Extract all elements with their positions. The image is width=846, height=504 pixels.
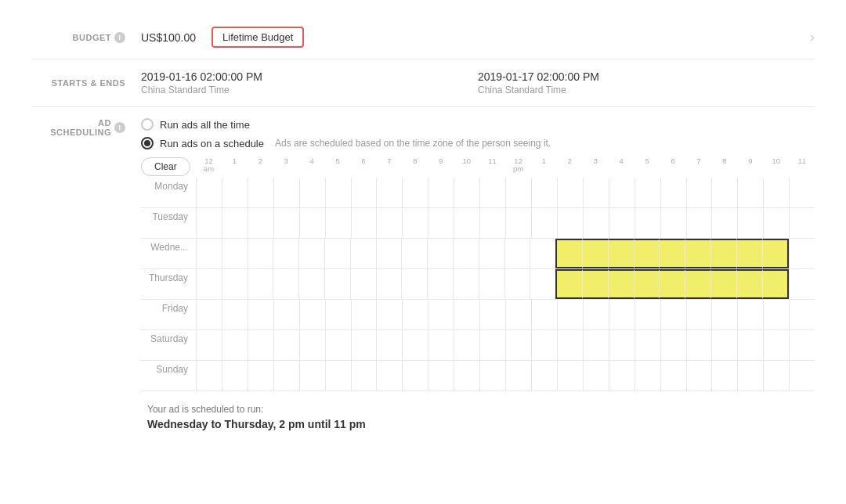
cell-thursday-12[interactable]: [504, 269, 530, 299]
cell-wedne...-12[interactable]: [504, 239, 530, 268]
cell-saturday-6[interactable]: [351, 330, 377, 360]
cell-tuesday-18[interactable]: [660, 208, 686, 238]
cell-wedne...-3[interactable]: [273, 239, 298, 268]
cell-saturday-16[interactable]: [609, 330, 634, 360]
cell-monday-12[interactable]: [505, 178, 531, 207]
cell-friday-18[interactable]: [660, 300, 686, 329]
cell-thursday-14[interactable]: [555, 269, 582, 299]
cell-wedne...-22[interactable]: [762, 239, 790, 268]
cell-tuesday-17[interactable]: [634, 208, 660, 238]
cell-saturday-7[interactable]: [376, 330, 402, 360]
cell-thursday-13[interactable]: [530, 269, 555, 299]
cell-monday-7[interactable]: [376, 178, 402, 207]
cell-tuesday-4[interactable]: [299, 208, 325, 238]
cell-friday-0[interactable]: [196, 300, 222, 329]
cell-wedne...-19[interactable]: [685, 239, 710, 268]
cell-sunday-1[interactable]: [222, 361, 248, 391]
budget-chevron[interactable]: ›: [810, 29, 815, 45]
cell-monday-16[interactable]: [609, 178, 634, 207]
lifetime-budget-badge[interactable]: Lifetime Budget: [212, 27, 304, 48]
cell-saturday-13[interactable]: [531, 330, 557, 360]
cell-wedne...-20[interactable]: [710, 239, 736, 268]
cell-saturday-23[interactable]: [789, 330, 815, 360]
cell-friday-3[interactable]: [273, 300, 299, 329]
cell-saturday-22[interactable]: [763, 330, 789, 360]
cell-saturday-8[interactable]: [402, 330, 428, 360]
cell-thursday-3[interactable]: [273, 269, 298, 299]
cell-wedne...-13[interactable]: [530, 239, 555, 268]
cell-thursday-17[interactable]: [634, 269, 660, 299]
cell-saturday-14[interactable]: [557, 330, 583, 360]
cell-tuesday-11[interactable]: [479, 208, 505, 238]
cell-friday-20[interactable]: [711, 300, 737, 329]
cell-friday-11[interactable]: [479, 300, 505, 329]
cell-sunday-4[interactable]: [299, 361, 325, 391]
cell-wedne...-17[interactable]: [634, 239, 660, 268]
cell-thursday-8[interactable]: [401, 269, 427, 299]
cell-sunday-18[interactable]: [660, 361, 686, 391]
radio-all-time[interactable]: [141, 118, 154, 131]
cell-wedne...-6[interactable]: [350, 239, 376, 268]
cell-monday-17[interactable]: [634, 178, 660, 207]
cell-sunday-23[interactable]: [789, 361, 815, 391]
cell-saturday-20[interactable]: [711, 330, 737, 360]
cell-monday-21[interactable]: [737, 178, 763, 207]
cell-friday-17[interactable]: [634, 300, 660, 329]
cell-thursday-10[interactable]: [453, 269, 479, 299]
cell-friday-2[interactable]: [248, 300, 273, 329]
cell-saturday-21[interactable]: [737, 330, 763, 360]
cell-tuesday-20[interactable]: [711, 208, 737, 238]
cell-sunday-5[interactable]: [325, 361, 351, 391]
cell-sunday-11[interactable]: [479, 361, 505, 391]
cell-tuesday-3[interactable]: [273, 208, 299, 238]
cell-sunday-16[interactable]: [609, 361, 634, 391]
cell-wedne...-15[interactable]: [582, 239, 608, 268]
cell-thursday-21[interactable]: [736, 269, 762, 299]
cell-tuesday-2[interactable]: [248, 208, 273, 238]
cell-wedne...-23[interactable]: [789, 239, 815, 268]
cell-monday-2[interactable]: [248, 178, 273, 207]
cell-saturday-18[interactable]: [660, 330, 686, 360]
cell-friday-9[interactable]: [428, 300, 454, 329]
cell-thursday-20[interactable]: [710, 269, 736, 299]
cell-thursday-15[interactable]: [582, 269, 608, 299]
radio-option-all-time[interactable]: Run ads all the time: [141, 118, 815, 131]
cell-monday-18[interactable]: [660, 178, 686, 207]
cell-wedne...-1[interactable]: [222, 239, 248, 268]
cell-thursday-11[interactable]: [479, 269, 504, 299]
cell-saturday-4[interactable]: [299, 330, 325, 360]
cell-monday-6[interactable]: [351, 178, 377, 207]
cell-tuesday-0[interactable]: [196, 208, 222, 238]
cell-sunday-14[interactable]: [557, 361, 583, 391]
cell-tuesday-10[interactable]: [454, 208, 479, 238]
cell-friday-12[interactable]: [505, 300, 531, 329]
cell-wedne...-2[interactable]: [248, 239, 273, 268]
cell-monday-0[interactable]: [196, 178, 222, 207]
cell-thursday-22[interactable]: [762, 269, 790, 299]
cell-friday-14[interactable]: [557, 300, 583, 329]
cell-wedne...-7[interactable]: [376, 239, 402, 268]
radio-option-schedule[interactable]: Run ads on a schedule Ads are scheduled …: [141, 137, 815, 149]
cell-tuesday-8[interactable]: [402, 208, 428, 238]
cell-sunday-12[interactable]: [505, 361, 531, 391]
cell-thursday-16[interactable]: [608, 269, 634, 299]
cell-sunday-6[interactable]: [351, 361, 377, 391]
cell-sunday-19[interactable]: [686, 361, 712, 391]
cell-tuesday-5[interactable]: [325, 208, 351, 238]
cell-sunday-20[interactable]: [711, 361, 737, 391]
cell-friday-8[interactable]: [402, 300, 428, 329]
cell-thursday-5[interactable]: [324, 269, 350, 299]
cell-monday-23[interactable]: [789, 178, 815, 207]
cell-tuesday-21[interactable]: [737, 208, 763, 238]
cell-saturday-1[interactable]: [222, 330, 248, 360]
cell-saturday-12[interactable]: [505, 330, 531, 360]
cell-monday-1[interactable]: [222, 178, 248, 207]
cell-friday-23[interactable]: [789, 300, 815, 329]
cell-saturday-5[interactable]: [325, 330, 351, 360]
cell-saturday-17[interactable]: [634, 330, 660, 360]
cell-sunday-22[interactable]: [763, 361, 789, 391]
cell-saturday-2[interactable]: [248, 330, 273, 360]
cell-sunday-0[interactable]: [196, 361, 222, 391]
cell-friday-5[interactable]: [325, 300, 351, 329]
cell-tuesday-14[interactable]: [557, 208, 583, 238]
